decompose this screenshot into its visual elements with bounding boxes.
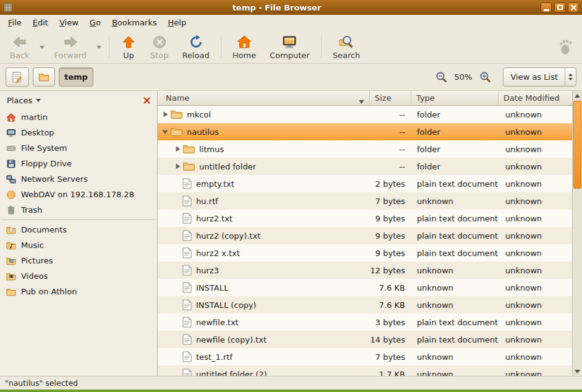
file-row-newfile-copy-txt[interactable]: newfile (copy).txt14 bytesplain text doc… xyxy=(158,331,572,348)
menu-file[interactable]: File xyxy=(2,15,27,31)
sidebar-item-desktop[interactable]: Desktop xyxy=(0,125,157,140)
file-row-install-copy[interactable]: INSTALL (copy)7.6 KBunknownunknown xyxy=(158,296,572,313)
sidebar-item-martin[interactable]: martin xyxy=(0,109,157,125)
date-cell: unknown xyxy=(499,365,572,376)
search-icon xyxy=(338,34,354,50)
size-cell: 3 bytes xyxy=(370,313,411,331)
file-row-nautilus[interactable]: nautilus--folderunknown xyxy=(158,123,572,140)
date-cell: unknown xyxy=(499,279,572,296)
expander-collapsed-icon[interactable] xyxy=(160,111,170,118)
vertical-scrollbar[interactable] xyxy=(572,91,582,376)
zoom-out-button[interactable] xyxy=(434,70,448,84)
back-dropdown-arrow-icon xyxy=(40,46,45,49)
menu-go[interactable]: Go xyxy=(84,15,106,31)
zoom-controls: 50% View as List xyxy=(434,67,576,87)
date-cell: unknown xyxy=(499,140,572,158)
type-cell: plain text document xyxy=(411,175,499,192)
toolbar-computer-button[interactable]: Computer xyxy=(263,32,316,62)
toolbar-forward-history-dropdown[interactable] xyxy=(94,32,104,62)
sidebar-item-pub-on-athlon[interactable]: Pub on Athlon xyxy=(0,284,157,299)
close-button[interactable] xyxy=(568,2,579,13)
file-row-hurz2-copy-txt[interactable]: hurz2 (copy).txt9 bytesplain text docume… xyxy=(158,227,572,244)
file-row-hurz2-x-txt[interactable]: hurz2 x.txt9 bytesplain text documentunk… xyxy=(158,244,572,262)
scrollbar-track[interactable] xyxy=(573,189,582,367)
path-button-temp[interactable]: temp xyxy=(59,67,93,87)
view-mode-dropdown[interactable]: View as List xyxy=(503,67,576,87)
column-header-type[interactable]: Type xyxy=(411,91,499,106)
sidebar-separator xyxy=(1,219,156,220)
toolbar-home-button[interactable]: Home xyxy=(226,32,262,62)
file-row-litmus[interactable]: litmus--folderunknown xyxy=(158,140,572,158)
file-row-untitled-folder[interactable]: untitled folder--folderunknown xyxy=(158,158,572,175)
toolbar-search-button[interactable]: Search xyxy=(327,32,367,62)
file-row-mkcol[interactable]: mkcol--folderunknown xyxy=(158,106,572,123)
text-file-icon xyxy=(182,369,192,376)
size-cell: 7.6 KB xyxy=(370,279,411,296)
toolbar-back-history-dropdown[interactable] xyxy=(37,32,47,62)
file-row-untitled-folder-2[interactable]: untitled folder (2)1.7 KBunknownunknown xyxy=(158,365,572,376)
scroll-down-button[interactable] xyxy=(573,367,582,376)
toolbar-stop-button[interactable]: Stop xyxy=(144,32,175,62)
places-selector[interactable]: Places xyxy=(7,96,41,105)
maximize-button[interactable] xyxy=(554,2,565,13)
minimize-button[interactable] xyxy=(541,2,552,13)
window-title: temp - File Browser xyxy=(17,3,537,12)
column-header-size[interactable]: Size xyxy=(370,91,411,106)
file-row-hurz3[interactable]: hurz312 bytesunknownunknown xyxy=(158,262,572,279)
toggle-location-entry-button[interactable] xyxy=(6,67,29,87)
scroll-down-icon xyxy=(575,370,580,373)
toolbar-forward-button[interactable]: Forward xyxy=(48,32,93,62)
close-sidebar-button[interactable] xyxy=(142,95,152,106)
root-path-button[interactable] xyxy=(33,67,55,87)
expander-collapsed-icon[interactable] xyxy=(173,163,182,170)
side-trash-icon xyxy=(6,205,16,215)
menu-help[interactable]: Help xyxy=(163,15,192,31)
column-header-name[interactable]: Name xyxy=(158,91,370,106)
date-cell: unknown xyxy=(499,210,572,227)
type-cell: folder xyxy=(411,158,499,175)
menu-view[interactable]: View xyxy=(54,15,84,31)
file-row-install[interactable]: INSTALL7.6 KBunknownunknown xyxy=(158,279,572,296)
size-cell: 7 bytes xyxy=(370,192,411,210)
sidebar-item-trash[interactable]: Trash xyxy=(0,202,157,218)
file-row-test-1-rtf[interactable]: test_1.rtf7 bytesunknownunknown xyxy=(158,348,572,365)
forward-icon xyxy=(62,34,79,50)
sidebar-item-network-servers[interactable]: Network Servers xyxy=(0,171,157,187)
type-cell: plain text document xyxy=(411,244,499,262)
text-file-icon xyxy=(182,213,192,224)
type-cell: plain text document xyxy=(411,313,499,331)
type-cell: plain text document xyxy=(411,331,499,348)
type-cell: unknown xyxy=(411,365,499,376)
file-row-newfile-txt[interactable]: newfile.txt3 bytesplain text documentunk… xyxy=(158,313,572,331)
text-file-icon xyxy=(182,265,192,276)
sidebar-item-floppy-drive[interactable]: Floppy Drive xyxy=(0,156,157,171)
size-cell: -- xyxy=(370,158,411,175)
toolbar-reload-button[interactable]: Reload xyxy=(176,32,215,62)
titlebar[interactable]: temp - File Browser xyxy=(0,0,582,15)
sidebar-item-documents[interactable]: Documents xyxy=(0,222,157,237)
sidebar-item-videos[interactable]: Videos xyxy=(0,268,157,284)
home-icon xyxy=(236,34,252,50)
sidebar-item-webdav-on-192-168-178-28[interactable]: WebDAV on 192.168.178.28 xyxy=(0,187,157,202)
side-folder-music-icon xyxy=(6,241,16,250)
scroll-up-button[interactable] xyxy=(573,91,582,100)
side-folder-video-icon xyxy=(6,272,16,281)
name-cell: test_1.rtf xyxy=(158,348,370,365)
scrollbar-thumb[interactable] xyxy=(573,101,581,189)
date-cell: unknown xyxy=(499,227,572,244)
sidebar-item-music[interactable]: Music xyxy=(0,237,157,253)
file-row-hurz2-txt[interactable]: hurz2.txt9 bytesplain text documentunkno… xyxy=(158,210,572,227)
toolbar-back-button[interactable]: Back xyxy=(4,32,36,62)
sidebar-item-pictures[interactable]: Pictures xyxy=(0,253,157,268)
toolbar-up-button[interactable]: Up xyxy=(114,32,143,62)
file-row-hu-rtf[interactable]: hu.rtf7 bytesunknownunknown xyxy=(158,192,572,210)
expander-expanded-icon[interactable] xyxy=(160,128,170,135)
type-cell: folder xyxy=(411,123,499,140)
file-row-empty-txt[interactable]: empty.txt2 bytesplain text documentunkno… xyxy=(158,175,572,192)
menu-bookmarks[interactable]: Bookmarks xyxy=(106,15,163,31)
sidebar-item-file-system[interactable]: File System xyxy=(0,140,157,156)
zoom-in-button[interactable] xyxy=(478,70,492,84)
menu-edit[interactable]: Edit xyxy=(27,15,54,31)
expander-collapsed-icon[interactable] xyxy=(173,145,182,153)
column-header-date[interactable]: Date Modified xyxy=(499,91,572,106)
